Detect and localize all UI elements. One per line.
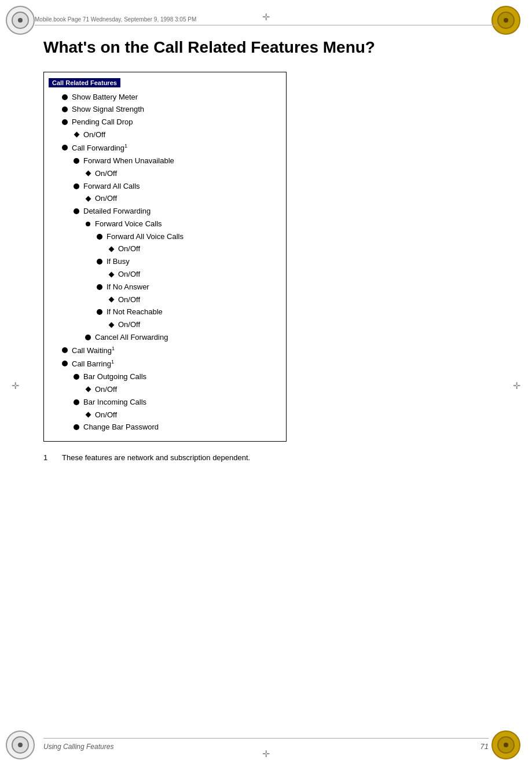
main-content: What's on the Call Related Features Menu… [43, 38, 489, 725]
bullet-call-forwarding [60, 143, 69, 152]
menu-item-bar-outgoing: Bar Outgoing Calls [72, 371, 279, 383]
menu-item-forward-all-calls: Forward All Calls [72, 181, 279, 193]
bullet-change-bar-pw [72, 423, 81, 432]
menu-item-text-cancel-all-fwd: Cancel All Forwarding [95, 332, 168, 344]
crosshair-right: ✛ [513, 380, 520, 391]
menu-item-ib-onoff: On/Off [107, 269, 279, 281]
bullet-call-waiting [60, 346, 69, 355]
page-footer: Using Calling Features 71 [43, 738, 489, 751]
menu-item-ina-onoff: On/Off [107, 294, 279, 306]
bullet-forward-voice-calls [83, 219, 93, 229]
footer-left: Using Calling Features [43, 743, 113, 751]
menu-item-call-forwarding: Call Forwarding1 [60, 142, 279, 155]
menu-item-text-bar-incoming: Bar Incoming Calls [83, 396, 146, 409]
menu-item-change-bar-pw: Change Bar Password [72, 421, 279, 434]
footnote: 1 These features are network and subscri… [43, 453, 489, 462]
menu-label: Call Related Features [49, 78, 120, 87]
menu-item-inr-onoff: On/Off [107, 319, 279, 331]
menu-item-if-busy: If Busy [95, 256, 279, 268]
bullet-ina-onoff [107, 295, 116, 304]
footer-right: 71 [480, 742, 489, 751]
menu-item-text-pending-onoff: On/Off [83, 129, 105, 141]
menu-item-text-bi-onoff: On/Off [95, 409, 117, 421]
menu-item-fac-onoff: On/Off [83, 193, 279, 205]
footnote-text: These features are network and subscript… [62, 453, 250, 462]
menu-item-pending-call: Pending Call Drop [60, 116, 279, 128]
menu-item-text-forward-all-calls: Forward All Calls [83, 181, 140, 193]
menu-item-text-bar-outgoing: Bar Outgoing Calls [83, 371, 146, 383]
header-text: Mobile.book Page 71 Wednesday, September… [35, 16, 196, 23]
menu-item-text-if-not-reachable: If Not Reachable [107, 306, 163, 318]
menu-item-text-fav-onoff: On/Off [118, 243, 140, 255]
menu-item-fwu-onoff: On/Off [83, 168, 279, 180]
menu-item-cancel-all-fwd: Cancel All Forwarding [83, 332, 279, 344]
menu-item-text-detailed-forwarding: Detailed Forwarding [83, 205, 151, 218]
bullet-fwu-onoff [83, 169, 93, 178]
menu-item-text-fac-onoff: On/Off [95, 193, 117, 205]
bullet-bi-onoff [83, 410, 93, 420]
bullet-show-battery [60, 93, 69, 102]
menu-item-bo-onoff: On/Off [83, 384, 279, 396]
menu-item-text-forward-all-voice: Forward All Voice Calls [107, 231, 184, 243]
menu-item-text-show-battery: Show Battery Meter [72, 91, 138, 104]
menu-item-fav-onoff: On/Off [107, 243, 279, 255]
menu-item-text-show-signal: Show Signal Strength [72, 104, 144, 116]
menu-item-text-ib-onoff: On/Off [118, 269, 140, 281]
bullet-fav-onoff [107, 244, 116, 254]
bullet-bar-incoming [72, 398, 81, 407]
menu-item-pending-onoff: On/Off [72, 129, 279, 141]
bullet-if-busy [95, 257, 104, 266]
bullet-if-not-reachable [95, 307, 104, 317]
menu-item-text-change-bar-pw: Change Bar Password [83, 421, 159, 434]
menu-item-call-barring: Call Barring1 [60, 358, 279, 370]
menu-item-text-pending-call: Pending Call Drop [72, 116, 133, 128]
menu-item-bi-onoff: On/Off [83, 409, 279, 421]
menu-item-text-inr-onoff: On/Off [118, 319, 140, 331]
menu-box: Call Related Features Show Battery Meter… [43, 72, 287, 442]
menu-item-text-if-busy: If Busy [107, 256, 130, 268]
corner-decoration-br [491, 730, 526, 765]
menu-item-text-fwu-onoff: On/Off [95, 168, 117, 180]
menu-item-if-not-reachable: If Not Reachable [95, 306, 279, 318]
menu-item-text-call-forwarding: Call Forwarding1 [72, 142, 127, 155]
menu-item-text-forward-voice-calls: Forward Voice Calls [95, 218, 162, 230]
menu-item-show-signal: Show Signal Strength [60, 104, 279, 116]
bullet-pending-call [60, 118, 69, 127]
bullet-forward-all-calls [72, 182, 81, 191]
menu-item-text-bo-onoff: On/Off [95, 384, 117, 396]
corner-decoration-bl [6, 730, 41, 765]
menu-item-text-forward-when-unavail: Forward When Unavailable [83, 155, 174, 167]
menu-item-forward-all-voice: Forward All Voice Calls [95, 231, 279, 243]
bullet-detailed-forwarding [72, 207, 81, 216]
bullet-show-signal [60, 105, 69, 114]
page-title: What's on the Call Related Features Menu… [43, 38, 489, 57]
bullet-bo-onoff [83, 385, 93, 394]
bullet-bar-outgoing [72, 372, 81, 381]
bullet-inr-onoff [107, 320, 116, 329]
menu-item-text-call-barring: Call Barring1 [72, 358, 114, 370]
menu-item-call-waiting: Call Waiting1 [60, 344, 279, 357]
footnote-number: 1 [43, 453, 55, 462]
menu-item-if-no-answer: If No Answer [95, 281, 279, 293]
menu-item-show-battery: Show Battery Meter [60, 91, 279, 104]
bullet-ib-onoff [107, 270, 116, 279]
menu-item-text-ina-onoff: On/Off [118, 294, 140, 306]
header-bar: Mobile.book Page 71 Wednesday, September… [35, 16, 497, 25]
menu-item-detailed-forwarding: Detailed Forwarding [72, 205, 279, 218]
bullet-if-no-answer [95, 282, 104, 292]
menu-item-bar-incoming: Bar Incoming Calls [72, 396, 279, 409]
menu-item-forward-when-unavail: Forward When Unavailable [72, 155, 279, 167]
menu-item-text-call-waiting: Call Waiting1 [72, 344, 115, 357]
bullet-forward-all-voice [95, 232, 104, 241]
bullet-forward-when-unavail [72, 156, 81, 166]
crosshair-left: ✛ [12, 380, 19, 391]
bullet-cancel-all-fwd [83, 333, 93, 342]
bullet-call-barring [60, 359, 69, 368]
bullet-fac-onoff [83, 194, 93, 203]
menu-tree: Show Battery MeterShow Signal StrengthPe… [49, 91, 279, 434]
menu-item-forward-voice-calls: Forward Voice Calls [83, 218, 279, 230]
bullet-pending-onoff [72, 130, 81, 139]
menu-item-text-if-no-answer: If No Answer [107, 281, 149, 293]
